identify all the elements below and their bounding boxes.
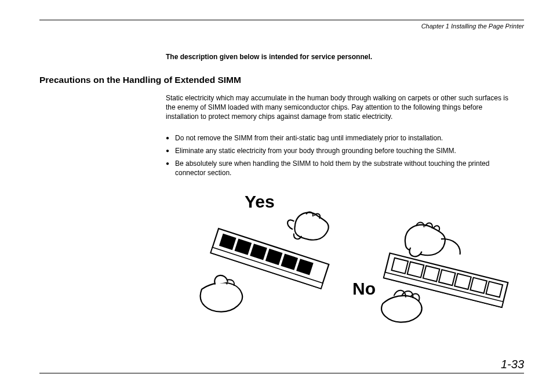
svg-rect-11 <box>408 262 424 278</box>
list-item: Be absolutely sure when handling the SIM… <box>166 159 514 177</box>
section-title: Precautions on the Handling of Extended … <box>39 75 524 85</box>
figure-no-label: No <box>352 277 376 301</box>
svg-rect-15 <box>470 278 487 293</box>
header-rule <box>39 20 524 20</box>
intro-paragraph: Static electricity which may accumulate … <box>166 93 514 122</box>
svg-rect-16 <box>486 282 503 297</box>
list-item: Do not remove the SIMM from their anti-s… <box>166 133 514 143</box>
svg-rect-12 <box>423 266 440 282</box>
svg-rect-10 <box>391 258 408 274</box>
no-illustration-icon <box>356 213 530 347</box>
page-number: 1-33 <box>501 358 524 371</box>
svg-rect-14 <box>454 274 471 289</box>
chapter-header: Chapter 1 Installing the Page Printer <box>39 23 524 30</box>
service-notice: The description given below is intended … <box>166 53 524 61</box>
handling-figure: Yes <box>189 188 514 339</box>
precaution-list: Do not remove the SIMM from their anti-s… <box>166 133 514 178</box>
svg-rect-13 <box>439 270 456 285</box>
footer-rule <box>39 373 524 373</box>
figure-yes-label: Yes <box>245 190 275 214</box>
list-item: Eliminate any static electricity from yo… <box>166 146 514 155</box>
